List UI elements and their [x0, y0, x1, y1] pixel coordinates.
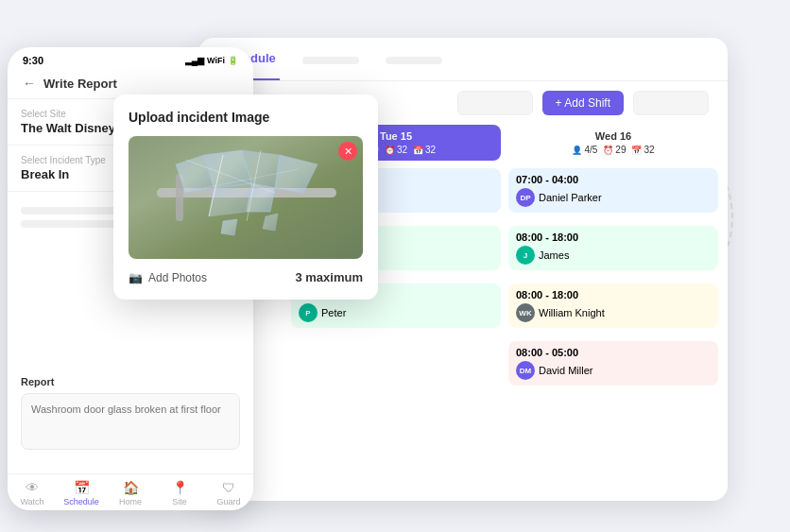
schedule-filter[interactable] — [457, 91, 533, 115]
nav-guard[interactable]: 🛡 Guard — [204, 480, 253, 506]
clock-icon2: ⏰ — [603, 146, 613, 155]
col-wed: Wed 16 👤 4/5 ⏰ 29 📅 32 — [508, 125, 718, 161]
avatar-james: J — [516, 246, 535, 265]
shift-time-james: 08:00 - 18:00 — [516, 232, 711, 243]
signal-icon: ▂▄▆ — [185, 56, 204, 65]
report-label: Report — [21, 376, 240, 387]
schedule-tabs: Schedule — [198, 38, 728, 81]
shift-person-peter: P Peter — [299, 303, 493, 322]
broken-glass-image — [129, 136, 363, 259]
shift-card-james[interactable]: 08:00 - 18:00 J James — [508, 226, 718, 270]
phone-status-bar: 9:30 ▂▄▆ WiFi 🔋 — [8, 47, 253, 70]
nav-home-label: Home — [119, 497, 142, 506]
avatar-daniel: DP — [516, 188, 535, 207]
tue-meta3: 📅 32 — [413, 145, 436, 155]
shift-person-james: J James — [516, 246, 711, 265]
phone-header-title: Write Report — [43, 77, 117, 91]
schedule-icon: 📅 — [74, 480, 90, 495]
schedule-filter2[interactable] — [633, 91, 709, 115]
battery-icon: 🔋 — [228, 56, 238, 65]
wed-meta: 👤 4/5 ⏰ 29 📅 32 — [516, 145, 711, 155]
shift-card-william[interactable]: 08:00 - 18:00 WK William Knight — [508, 283, 718, 328]
nav-home[interactable]: 🏠 Home — [106, 480, 155, 506]
nav-schedule-label: Schedule — [63, 497, 99, 506]
home-icon: 🏠 — [123, 480, 139, 495]
wifi-icon: WiFi — [207, 56, 225, 65]
report-section: Report — [21, 376, 240, 454]
add-photos-button[interactable]: 📷 Add Photos — [129, 271, 207, 284]
nav-site-label: Site — [172, 497, 187, 506]
shift-row-4: 08:00 - 05:00 DM David Miller — [198, 341, 728, 399]
nav-site[interactable]: 📍 Site — [155, 480, 204, 506]
shift-card-daniel[interactable]: 07:00 - 04:00 DP Daniel Parker — [508, 168, 718, 213]
report-textarea[interactable] — [21, 393, 240, 450]
avatar-william: WK — [516, 303, 535, 322]
tab-placeholder2[interactable] — [382, 38, 446, 80]
shift-card-david[interactable]: 08:00 - 05:00 DM David Miller — [508, 341, 718, 386]
shift-time-william: 08:00 - 18:00 — [516, 289, 711, 300]
phone-time: 9:30 — [23, 55, 43, 66]
tue-meta2: ⏰ 32 — [385, 145, 407, 155]
upload-overlay: Upload incident Image — [113, 94, 378, 300]
shift-person-william: WK William Knight — [516, 303, 711, 322]
shift-time-david: 08:00 - 05:00 — [516, 347, 711, 358]
wed-meta1: 👤 4/5 — [572, 145, 597, 155]
clock-icon: ⏰ — [385, 146, 395, 155]
add-shift-button[interactable]: + Add Shift — [542, 91, 624, 115]
add-photos-label: Add Photos — [148, 271, 207, 284]
wed-label: Wed 16 — [516, 130, 711, 142]
status-icons: ▂▄▆ WiFi 🔋 — [185, 56, 238, 65]
upload-image-container: ✕ — [129, 136, 363, 259]
nav-watch[interactable]: 👁 Watch — [8, 480, 57, 506]
shift-person-david: DM David Miller — [516, 361, 711, 380]
shift-empty-cell — [291, 341, 501, 391]
max-photos-label: 3 maximum — [295, 270, 363, 284]
upload-title: Upload incident Image — [129, 110, 363, 125]
wed-meta3: 📅 32 — [631, 145, 654, 155]
upload-footer: 📷 Add Photos 3 maximum — [129, 270, 363, 284]
wed-meta2: ⏰ 29 — [603, 145, 626, 155]
svg-marker-13 — [221, 219, 237, 235]
avatar-david: DM — [516, 361, 535, 380]
phone-bottom-nav: 👁 Watch 📅 Schedule 🏠 Home 📍 Site 🛡 Guard — [8, 473, 253, 510]
tab-placeholder1[interactable] — [299, 38, 363, 80]
camera-icon: 📷 — [129, 271, 143, 284]
shift-time-daniel: 07:00 - 04:00 — [516, 174, 711, 185]
nav-schedule[interactable]: 📅 Schedule — [57, 480, 106, 506]
back-icon[interactable]: ← — [23, 76, 36, 91]
site-icon: 📍 — [172, 480, 188, 495]
shift-person-daniel: DP Daniel Parker — [516, 188, 711, 207]
cal-icon2: 📅 — [631, 146, 642, 155]
avatar-peter: P — [299, 303, 318, 322]
guard-icon: 🛡 — [222, 480, 235, 495]
nav-guard-label: Guard — [216, 497, 240, 506]
cal-icon: 📅 — [413, 146, 423, 155]
person-icon2: 👤 — [572, 146, 582, 155]
nav-watch-label: Watch — [20, 497, 43, 506]
close-upload-button[interactable]: ✕ — [338, 142, 357, 161]
watch-icon: 👁 — [26, 480, 39, 495]
